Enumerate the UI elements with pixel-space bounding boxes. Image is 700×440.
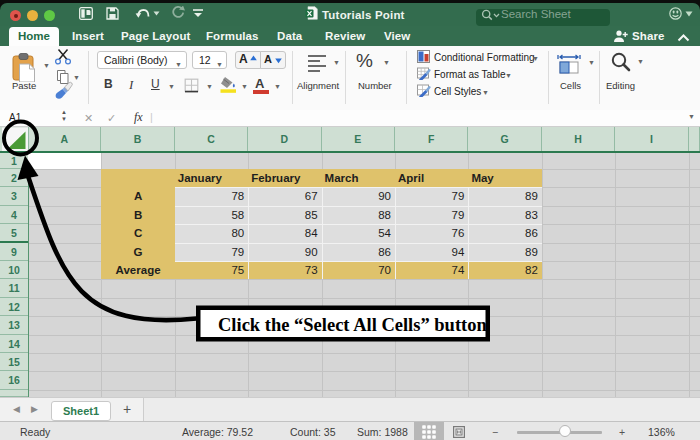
svg-text:Click the “Select All Cells” b: Click the “Select All Cells” button bbox=[218, 315, 487, 335]
